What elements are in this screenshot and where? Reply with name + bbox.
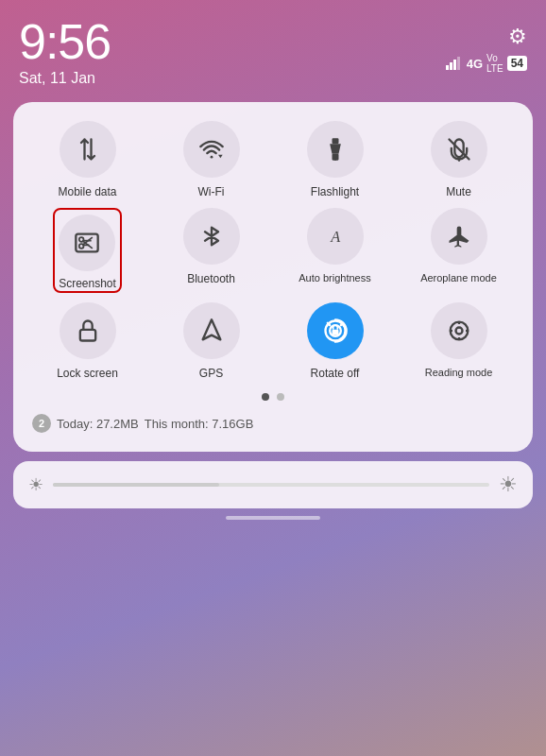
flashlight-icon — [322, 136, 349, 163]
tile-gps[interactable]: GPS — [152, 302, 270, 380]
svg-rect-20 — [79, 330, 94, 341]
brightness-bar-container[interactable]: ☀ ☀ — [13, 461, 533, 508]
lock-circle — [60, 302, 116, 359]
tile-mute[interactable]: Mute — [400, 121, 518, 198]
bluetooth-circle — [183, 208, 240, 265]
tiles-grid: Mobile data Wi-Fi — [28, 121, 518, 380]
data-badge: 2 — [32, 414, 51, 433]
auto-brightness-label: Auto brightness — [299, 272, 370, 284]
tile-auto-brightness[interactable]: A Auto brightness — [276, 208, 394, 292]
quick-settings-panel: Mobile data Wi-Fi — [13, 102, 533, 452]
svg-marker-7 — [330, 144, 341, 154]
signal-row: 4G VoLTE 54 — [446, 53, 527, 74]
mobile-data-label: Mobile data — [58, 185, 116, 198]
mobile-data-circle — [60, 121, 116, 178]
gps-icon — [198, 318, 225, 344]
svg-point-4 — [210, 156, 213, 159]
svg-rect-3 — [457, 57, 460, 70]
network-type: 4G — [467, 57, 483, 71]
svg-rect-23 — [332, 330, 338, 335]
lock-icon — [75, 318, 101, 344]
bluetooth-label: Bluetooth — [187, 272, 235, 285]
svg-rect-6 — [332, 138, 338, 144]
date: Sat, 11 Jan — [19, 70, 111, 87]
tile-aeroplane[interactable]: Aeroplane mode — [400, 208, 518, 292]
reading-mode-label: Reading mode — [425, 367, 493, 379]
tile-bluetooth[interactable]: Bluetooth — [152, 208, 270, 292]
wifi-icon — [198, 136, 225, 163]
today-usage: Today: 27.2MB — [57, 417, 139, 431]
data-usage-row: 2 Today: 27.2MB This month: 7.16GB — [28, 410, 518, 437]
tile-flashlight[interactable]: Flashlight — [276, 121, 394, 198]
brightness-track[interactable] — [53, 483, 489, 487]
status-icons: ⚙ 4G VoLTE 54 — [446, 17, 527, 74]
sun-icon-large: ☀ — [499, 472, 518, 497]
pagination-dots — [28, 393, 518, 401]
brightness-fill — [53, 483, 219, 487]
flashlight-label: Flashlight — [311, 185, 359, 198]
bluetooth-icon — [198, 223, 225, 249]
tile-wifi[interactable]: Wi-Fi — [152, 121, 270, 198]
rotate-icon — [322, 318, 349, 344]
bottom-handle — [226, 516, 320, 520]
svg-marker-5 — [218, 155, 223, 159]
reading-icon — [446, 318, 472, 344]
mute-circle — [431, 121, 487, 178]
aeroplane-label: Aeroplane mode — [420, 272, 497, 284]
gps-label: GPS — [199, 367, 223, 380]
screenshot-label: Screenshot — [59, 277, 116, 290]
auto-brightness-circle: A — [307, 208, 364, 265]
volte-label: VoLTE — [486, 53, 503, 74]
screenshot-circle — [59, 215, 115, 271]
tile-reading-mode[interactable]: Reading mode — [400, 302, 518, 380]
svg-rect-2 — [453, 60, 456, 70]
svg-rect-1 — [450, 62, 452, 70]
clock: 9:56 — [19, 17, 111, 66]
svg-point-24 — [450, 321, 468, 339]
wifi-label: Wi-Fi — [198, 185, 225, 198]
svg-point-25 — [455, 327, 462, 334]
dot-2[interactable] — [277, 393, 284, 401]
svg-text:A: A — [330, 228, 341, 246]
sun-icon-small: ☀ — [28, 474, 43, 495]
svg-rect-0 — [446, 65, 449, 70]
auto-brightness-icon: A — [322, 223, 349, 249]
rotate-circle — [307, 302, 364, 359]
svg-rect-12 — [77, 234, 98, 252]
mobile-data-icon — [75, 136, 101, 163]
status-bar: 9:56 Sat, 11 Jan ⚙ 4G VoLTE 54 — [0, 0, 546, 94]
month-usage: This month: 7.16GB — [145, 417, 254, 431]
tile-screenshot[interactable]: Screenshot — [28, 208, 146, 292]
aeroplane-circle — [431, 208, 487, 265]
flashlight-circle — [307, 121, 364, 178]
settings-icon[interactable]: ⚙ — [508, 25, 527, 49]
mute-icon — [446, 136, 472, 163]
tile-lock-screen[interactable]: Lock screen — [28, 302, 146, 380]
mute-label: Mute — [446, 185, 471, 198]
tile-mobile-data[interactable]: Mobile data — [28, 121, 146, 198]
tile-rotate-off[interactable]: Rotate off — [276, 302, 394, 380]
screenshot-icon — [74, 230, 100, 256]
wifi-circle — [183, 121, 240, 178]
rotate-off-label: Rotate off — [311, 367, 360, 380]
gps-circle — [183, 302, 240, 359]
signal-bars-icon — [446, 57, 463, 70]
aeroplane-icon — [446, 223, 472, 249]
dot-1[interactable] — [262, 393, 269, 401]
time-block: 9:56 Sat, 11 Jan — [19, 17, 111, 87]
reading-circle — [431, 302, 487, 359]
lock-screen-label: Lock screen — [57, 367, 118, 380]
battery-indicator: 54 — [507, 56, 527, 71]
